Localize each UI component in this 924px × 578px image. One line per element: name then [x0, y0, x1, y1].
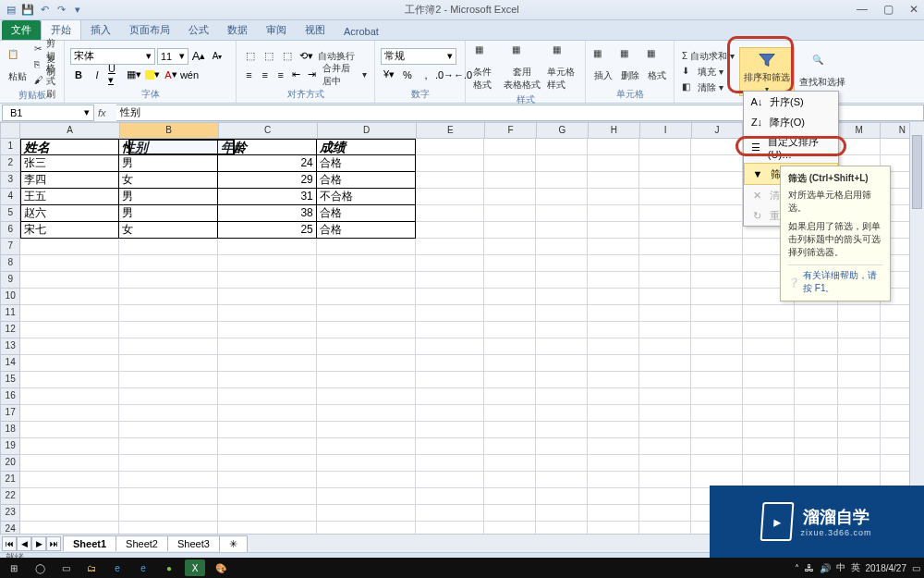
cell-J5[interactable]	[691, 205, 743, 222]
cell-F4[interactable]	[484, 189, 536, 205]
menu-custom-sort[interactable]: ☰自定义排序(U)…	[744, 132, 838, 163]
cell-C9[interactable]	[218, 272, 317, 289]
cell-A2[interactable]: 张三	[20, 155, 119, 172]
tab-insert[interactable]: 插入	[81, 20, 120, 40]
row-header-12[interactable]: 12	[0, 322, 20, 338]
cell-K14[interactable]	[743, 355, 795, 372]
cell-E4[interactable]	[416, 189, 484, 205]
row-header-8[interactable]: 8	[0, 255, 20, 272]
cell-G14[interactable]	[536, 355, 588, 372]
cell-B22[interactable]	[119, 488, 218, 505]
conditional-format-button[interactable]: ▦条件格式	[471, 43, 499, 93]
tab-review[interactable]: 审阅	[257, 20, 296, 40]
cell-E18[interactable]	[416, 422, 484, 438]
column-header-G[interactable]: G	[537, 122, 589, 139]
sheet-nav-first[interactable]: ⏮	[2, 536, 17, 551]
cell-D8[interactable]	[317, 255, 416, 272]
comma-button[interactable]: ,	[418, 67, 434, 83]
row-header-10[interactable]: 10	[0, 289, 20, 305]
cell-G3[interactable]	[536, 172, 588, 189]
cell-E21[interactable]	[416, 472, 484, 488]
undo-icon[interactable]: ↶	[37, 3, 52, 18]
cell-B20[interactable]	[119, 455, 218, 472]
cell-L12[interactable]	[795, 322, 838, 338]
cell-E7[interactable]	[416, 239, 484, 255]
font-size-combo[interactable]: 11▾	[157, 48, 188, 65]
cell-C8[interactable]	[218, 255, 317, 272]
cell-B11[interactable]	[119, 305, 218, 322]
cell-D10[interactable]	[317, 289, 416, 305]
align-left-button[interactable]: ≡	[242, 67, 256, 83]
cell-H3[interactable]	[588, 172, 639, 189]
cell-G12[interactable]	[536, 322, 588, 338]
cell-D17[interactable]	[317, 405, 416, 422]
cell-G1[interactable]	[536, 139, 588, 155]
cell-A3[interactable]: 李四	[20, 172, 119, 189]
sheet-nav-prev[interactable]: ◀	[17, 536, 31, 551]
cell-E23[interactable]	[416, 505, 484, 522]
row-header-22[interactable]: 22	[0, 488, 20, 505]
sort-filter-button[interactable]: 排序和筛选 ▾	[739, 47, 795, 96]
cell-H18[interactable]	[588, 422, 639, 438]
fill-color-button[interactable]: ▾	[144, 67, 161, 83]
sheet-tab-2[interactable]: Sheet2	[116, 535, 168, 551]
cell-H12[interactable]	[588, 322, 639, 338]
cell-D12[interactable]	[317, 322, 416, 338]
indent-inc-button[interactable]: ⇥	[305, 67, 319, 83]
cell-J8[interactable]	[691, 255, 743, 272]
cell-I12[interactable]	[639, 322, 691, 338]
cell-C12[interactable]	[218, 322, 317, 338]
column-header-M[interactable]: M	[838, 122, 881, 139]
column-header-E[interactable]: E	[417, 122, 485, 139]
cell-E10[interactable]	[416, 289, 484, 305]
new-sheet-button[interactable]: ✳	[219, 535, 248, 552]
task-ie-icon[interactable]: e	[133, 560, 153, 576]
cell-J11[interactable]	[691, 305, 743, 322]
tray-net-icon[interactable]: 🖧	[805, 563, 814, 573]
name-box[interactable]: B1▾	[2, 105, 94, 121]
cell-D20[interactable]	[317, 455, 416, 472]
cell-D11[interactable]	[317, 305, 416, 322]
insert-cells-button[interactable]: ▦插入	[591, 46, 615, 84]
cell-J9[interactable]	[691, 272, 743, 289]
cell-H10[interactable]	[588, 289, 639, 305]
cell-E3[interactable]	[416, 172, 484, 189]
task-app-icon[interactable]: ●	[159, 560, 179, 576]
cell-C18[interactable]	[218, 422, 317, 438]
cell-G17[interactable]	[536, 405, 588, 422]
cell-A8[interactable]	[20, 255, 119, 272]
border-button[interactable]: ▦▾	[126, 67, 142, 83]
cell-E1[interactable]	[416, 139, 484, 155]
cell-B16[interactable]	[119, 388, 218, 405]
tab-data[interactable]: 数据	[218, 20, 257, 40]
shrink-font-button[interactable]: A▾	[209, 48, 225, 65]
cell-M14[interactable]	[838, 355, 881, 372]
align-right-button[interactable]: ≡	[274, 67, 287, 83]
cell-K13[interactable]	[743, 338, 795, 355]
cell-H14[interactable]	[588, 355, 639, 372]
tray-notif-icon[interactable]: ▭	[912, 563, 920, 573]
column-header-D[interactable]: D	[318, 122, 417, 139]
cell-C11[interactable]	[218, 305, 317, 322]
cell-H9[interactable]	[588, 272, 639, 289]
cell-D9[interactable]	[317, 272, 416, 289]
cell-L17[interactable]	[795, 405, 838, 422]
clear-button[interactable]: ◧清除▾	[680, 80, 736, 95]
cell-I8[interactable]	[639, 255, 691, 272]
cell-G8[interactable]	[536, 255, 588, 272]
column-header-I[interactable]: I	[640, 122, 692, 139]
cell-C5[interactable]: 38	[218, 205, 317, 222]
menu-sort-desc[interactable]: Z↓降序(O)	[744, 112, 838, 132]
cell-J7[interactable]	[691, 239, 743, 255]
cell-K20[interactable]	[743, 455, 795, 472]
column-header-F[interactable]: F	[485, 122, 537, 139]
cell-I9[interactable]	[639, 272, 691, 289]
cell-D3[interactable]: 合格	[317, 172, 416, 189]
align-center-button[interactable]: ≡	[258, 67, 272, 83]
row-header-23[interactable]: 23	[0, 505, 20, 522]
cell-F17[interactable]	[484, 405, 536, 422]
cell-A23[interactable]	[20, 505, 119, 522]
cell-J10[interactable]	[691, 289, 743, 305]
cell-E12[interactable]	[416, 322, 484, 338]
row-header-4[interactable]: 4	[0, 189, 20, 205]
